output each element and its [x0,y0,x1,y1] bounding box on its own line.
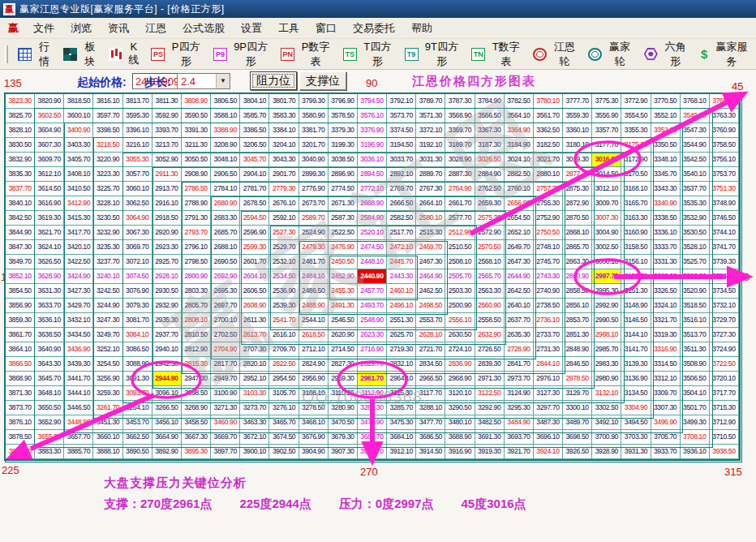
grid-cell: 3160.90 [621,226,651,240]
grid-cell: 3338.50 [651,211,681,226]
menu-item-浏览[interactable]: 浏览 [62,19,100,38]
grid-cell: 3079.30 [123,299,152,313]
grid-cell: 3837.70 [6,182,35,196]
grid-cell: 3288.10 [416,401,445,415]
grid-cell: 3189.70 [445,138,475,153]
grid-cell: 3088.90 [123,357,152,372]
grid-cell: 3470.50 [329,415,358,430]
grid-cell: 2791.30 [182,211,211,226]
grid-cell: 3040.90 [299,153,329,167]
menu-item-窗口[interactable]: 窗口 [307,19,345,38]
grid-cell: 3124.90 [505,386,534,401]
grid-cell: 3554.50 [621,109,651,123]
grid-cell: 3117.70 [416,386,445,401]
grid-cell: 3883.30 [35,445,64,459]
menu-item-设置[interactable]: 设置 [233,19,270,38]
toolbar-button-sectors[interactable]: 板块 [58,37,104,71]
grid-cell: 3823.30 [6,94,35,109]
grid-cell: 2630.50 [445,328,475,342]
toolbar-button-t-number[interactable]: TNT数字表 [466,37,528,71]
grid-cell: 2522.50 [329,226,358,240]
grid-cell: 3655.30 [35,430,64,445]
grid-cell: 2752.90 [534,211,563,226]
grid-cell: 3535.30 [681,196,710,211]
grid-cell: 3907.30 [329,445,358,459]
grid-cell: 3724.90 [710,342,739,357]
grid-cell: 3019.30 [563,153,592,167]
menu-item-交易委托[interactable]: 交易委托 [345,19,403,38]
toolbar-button-t-square[interactable]: TST四方形 [338,37,400,71]
grid-cell: 3038.50 [329,153,358,167]
grid-cell: 3530.50 [681,226,710,240]
grid-cell: 2445.70 [387,255,416,269]
grid-cell: 3398.50 [93,123,122,138]
grid-cell: 2935.30 [152,313,182,328]
toolbar-button-gann-wheel[interactable]: 江恩轮 [528,37,583,71]
toolbar-button-p-square[interactable]: PSP四方形 [146,37,208,71]
grid-cell: 3751.30 [710,182,739,196]
grid-cell: 2971.30 [475,372,505,386]
grid-cell: 3564.10 [505,109,534,123]
toolbar-button-p-number[interactable]: PNP数字表 [276,37,338,71]
grid-cell: 3619.30 [35,211,64,226]
menu-item-文件[interactable]: 文件 [25,19,62,38]
grid-cell: 3072.10 [123,255,152,269]
toolbar-label: 9T四方形 [422,40,462,69]
grid-cell: 2517.70 [387,226,416,240]
grid-cell: 3007.30 [592,211,621,226]
grid-cell: 3278.50 [299,401,329,415]
support-button[interactable]: 支撑位 [299,71,346,90]
grid-cell: 3828.10 [6,123,35,138]
grid-cell: 2476.90 [329,240,358,255]
grid-cell: 3849.70 [6,255,35,269]
toolbar-button-9p-square[interactable]: P99P四方形 [208,37,276,71]
toolbar-button-quotes[interactable]: 行情 [13,37,58,71]
grid-cell: 2894.50 [358,167,387,182]
angle-label-0: 0 [744,271,750,283]
grid-cell: 3268.90 [182,401,211,415]
menu-item-江恩[interactable]: 江恩 [137,19,174,38]
toolbar-button-kline[interactable]: K线 [104,38,146,70]
grid-cell: 3004.90 [592,226,621,240]
grid-cell: 2865.70 [563,240,592,255]
grid-cell: 2448.10 [358,255,387,269]
menu-item-资讯[interactable]: 资讯 [100,19,137,38]
grid-cell: 3532.90 [681,211,710,226]
grid-cell: 2479.30 [299,240,329,255]
grid-cell: 2654.50 [505,211,534,226]
step-combobox[interactable]: 2.4 ▼ [177,73,230,89]
grid-cell: 3744.10 [710,226,739,240]
grid-cell: 2529.70 [269,240,299,255]
grid-cell: 3602.50 [35,109,64,123]
toolbar-button-9t-square[interactable]: T99T四方形 [400,37,467,71]
grid-cell: 3091.30 [123,372,152,386]
grid-cell: 2793.70 [182,226,211,240]
grid-cell: 2949.70 [211,372,240,386]
sectors-icon [63,48,77,61]
toolbar-button-service[interactable]: $赢家服务 [694,37,756,71]
menu-item-帮助[interactable]: 帮助 [403,19,440,38]
grid-cell: 2956.90 [299,372,329,386]
chevron-down-icon[interactable]: ▼ [216,74,230,88]
toolbar-button-winner-wheel[interactable]: 赢家轮 [583,37,638,71]
grid-cell: 3444.10 [64,386,93,401]
grid-cell: 3132.10 [592,386,621,401]
resistance-button[interactable]: 阻力位 [250,71,297,90]
grid-cell: 3300.10 [563,401,592,415]
grid-cell: 3112.90 [358,386,387,401]
grid-cell: 3324.10 [651,299,681,313]
title-bar: 赢 赢家江恩专业版[赢家服务平台] - [价格正方形] [0,0,756,18]
grid-cell: 3016.90 [592,153,621,167]
menu-item-工具[interactable]: 工具 [270,19,307,38]
grid-cell: 3880.90 [6,445,35,459]
grid-cell: 3122.50 [475,386,505,401]
grid-cell: 3616.90 [35,196,64,211]
toolbar-button-hexagon[interactable]: 六角形 [639,37,694,71]
menu-item-公式选股[interactable]: 公式选股 [174,19,233,38]
grid-cell: 2887.30 [445,167,475,182]
grid-cell: 3357.70 [592,123,621,138]
grid-cell: 3727.30 [710,328,739,342]
grid-cell: 3669.70 [211,430,240,445]
grid-cell: 3703.30 [621,430,651,445]
grid-cell: 3331.30 [651,255,681,269]
